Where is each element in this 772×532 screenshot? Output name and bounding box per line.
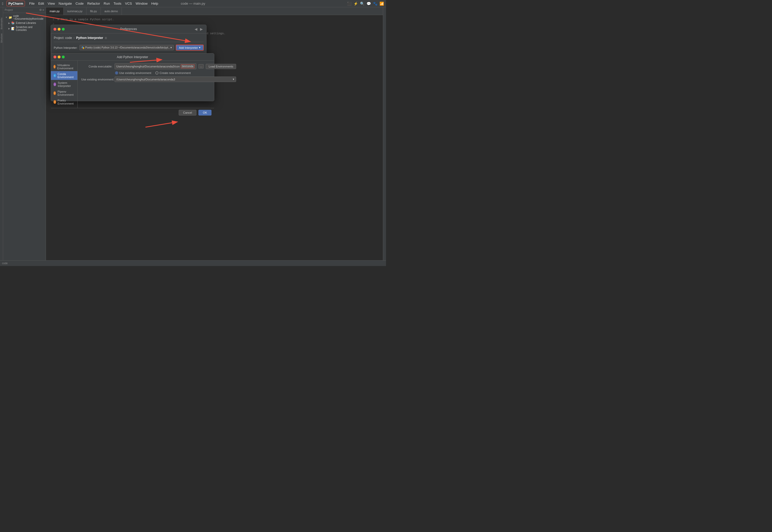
conda-browse-button[interactable]: … [199,64,204,69]
pipenv-label: Pipenv Environment [57,90,74,96]
add-interp-maximize-btn[interactable] [62,56,65,58]
preferences-breadcrumb: Project: code › Python Interpreter ☰ [54,36,204,42]
tree-item-label: code ~/Documents/python/code [13,15,44,20]
poetry-label: Poetry Environment [58,99,75,105]
tree-item-code[interactable]: ▼ 📁 code ~/Documents/python/code [3,14,46,21]
add-interp-sidebar: V Virtualenv Environment C Conda Environ… [51,61,78,108]
scratches-label: Scratches and Consoles [16,26,44,31]
conda-executable-value: Users/cheunghonghui/Documents/anaconda3/… [116,65,180,68]
menu-window[interactable]: Window [135,2,147,5]
add-interpreter-button[interactable]: Add Interpreter ▾ [176,45,204,51]
use-existing-radio[interactable]: Use existing environment [115,71,151,74]
collapse-arrow-icon: ▶ [8,22,10,24]
menu-refactor[interactable]: Refactor [87,2,100,5]
breadcrumb-icon: ☰ [105,37,107,39]
close-button[interactable] [53,28,56,31]
add-interp-close-btn[interactable] [53,56,56,58]
add-interp-footer: Cancel OK [51,108,214,117]
create-new-radio-dot [155,71,158,74]
menu-view[interactable]: View [48,2,55,5]
breadcrumb-separator: › [73,36,74,40]
interpreter-row: Python Interpreter: 🎭 Poetry (code) Pyth… [54,45,204,51]
add-interp-system[interactable]: S System Interpreter [51,80,77,89]
external-libs-icon: 📚 [11,21,15,25]
existing-env-select[interactable]: /Users/cheunghonghui/Documents/anaconda3… [114,77,236,82]
add-interpreter-dialog: Add Python Interpreter V Virtualenv Envi… [51,53,214,101]
project-tree: ▼ 📁 code ~/Documents/python/code ▶ 📚 Ext… [3,13,46,266]
add-interp-pipenv[interactable]: P Pipenv Environment [51,89,77,98]
maximize-button[interactable] [62,28,65,31]
menu-help[interactable]: Help [151,2,158,5]
menu-tools[interactable]: Tools [113,2,121,5]
conda-label: Conda Environment [58,72,75,79]
use-existing-radio-dot [115,71,118,74]
structure-tab[interactable]: Structure [0,33,3,43]
scratches-icon: 📝 [11,27,15,30]
folder-icon: 📁 [9,16,12,19]
menu-icon-5: 🐾 [373,2,377,6]
add-interp-content: Conda executable: Users/cheunghonghui/Do… [78,61,240,108]
add-interp-conda[interactable]: C Conda Environment [51,71,77,80]
menu-vcs[interactable]: VCS [125,2,132,5]
system-icon: S [53,83,56,86]
ok-button[interactable]: OK [199,110,212,115]
menu-edit[interactable]: Edit [38,2,44,5]
interpreter-value: 🎭 Poetry (code) Python 3.6.13 ~/Document… [81,46,170,49]
add-interp-title-text: Add Python Interpreter [117,55,148,59]
minimize-button[interactable] [58,28,60,31]
conda-executable-label: Conda executable: [81,65,112,68]
load-environments-button[interactable]: Load Environments [206,64,236,69]
editor-tabs: main.py summary.py fib.py auto.demo [46,7,383,15]
menu-icon-6: 📶 [380,2,384,6]
breadcrumb-project: Project: code [54,36,72,40]
tree-item-external[interactable]: ▶ 📚 External Libraries [3,21,46,25]
interpreter-select[interactable]: 🎭 Poetry (code) Python 3.6.13 ~/Document… [79,45,173,50]
poetry-icon: P [53,100,56,104]
add-interp-poetry[interactable]: P Poetry Environment [51,98,77,106]
cancel-button[interactable]: Cancel [179,110,197,115]
tab-summary-py[interactable]: summary.py [64,8,86,15]
preferences-title: Preferences [120,27,137,31]
tab-autodemo[interactable]: auto.demo [101,8,122,15]
apple-logo-icon:  [2,2,3,6]
menu-run[interactable]: Run [104,2,110,5]
nav-arrows: ◀ ▶ [194,27,204,31]
virtualenv-label: Virtualenv Environment [57,64,74,70]
external-libs-label: External Libraries [16,22,36,24]
preferences-title-bar: Preferences ◀ ▶ [51,25,206,33]
add-interp-traffic-lights [53,56,65,58]
bookmarks-tab[interactable]: Bookmarks [0,18,3,29]
create-new-radio[interactable]: Create new environment [155,71,190,74]
menu-code[interactable]: Code [76,2,84,5]
menu-icon-2: ⚡ [354,2,358,6]
add-interp-minimize-btn[interactable] [58,56,60,58]
menu-icon-3: 🔍 [360,2,364,6]
app-name[interactable]: PyCharm [6,1,25,6]
project-panel-header: Project ⚙ ≡ [3,7,46,13]
tab-fib-py[interactable]: fib.py [86,8,101,15]
expand-arrow-icon: ▼ [5,16,8,19]
existing-env-row: Use existing environment: /Users/cheungh… [81,77,236,82]
traffic-lights [53,28,65,31]
back-arrow-icon[interactable]: ◀ [194,27,198,31]
conda-executable-input[interactable]: Users/cheunghonghui/Documents/anaconda3/… [114,63,197,69]
menu-navigate[interactable]: Navigate [59,2,72,5]
forward-arrow-icon[interactable]: ▶ [199,27,204,31]
conda-suffix-highlighted: bin/conda [181,64,195,68]
use-existing-radio-label: Use existing environment [119,71,151,74]
menu-file[interactable]: File [29,2,35,5]
project-panel: Project ⚙ ≡ ▼ 📁 code ~/Documents/python/… [3,7,46,266]
existing-env-dropdown-icon: ▾ [233,78,234,81]
use-existing-env-label: Use existing environment: [81,78,112,81]
window-title: code — main.py [181,2,205,5]
conda-icon: C [53,74,56,77]
project-label: Project [5,9,13,11]
select-dropdown-icon: ▾ [170,46,172,49]
add-interp-body: V Virtualenv Environment C Conda Environ… [51,61,214,108]
add-interp-virtualenv[interactable]: V Virtualenv Environment [51,62,77,71]
tab-main-py[interactable]: main.py [46,8,64,15]
add-interp-title-bar: Add Python Interpreter [51,53,214,61]
scratches-arrow-icon: ▶ [8,27,10,30]
add-interpreter-label: Add Interpreter [179,46,198,49]
tree-item-scratches[interactable]: ▶ 📝 Scratches and Consoles [3,25,46,32]
